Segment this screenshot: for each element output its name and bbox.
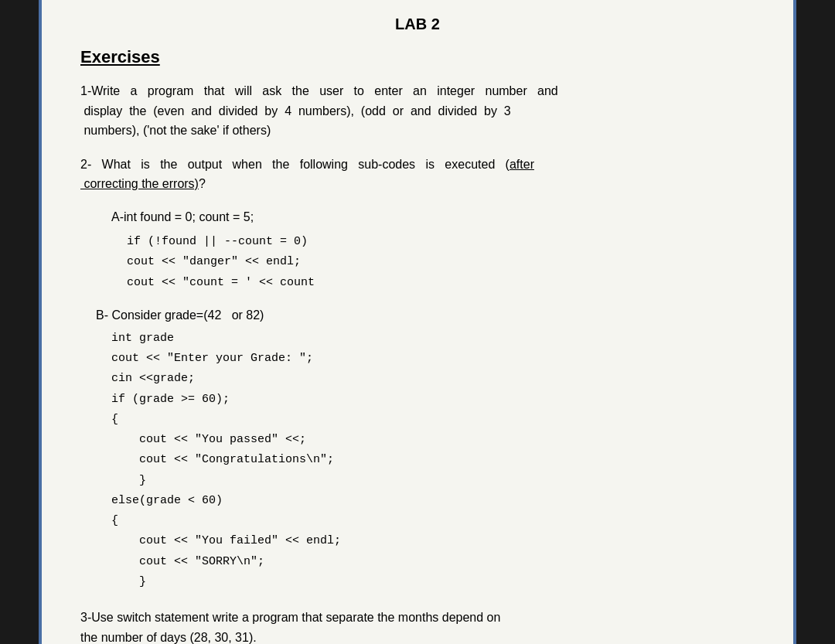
q1-text: 1-Write a program that will ask the user… bbox=[80, 84, 558, 97]
code-line-1: if (!found || --count = 0) bbox=[127, 232, 755, 252]
code-line-3: cout << "count = ' << count bbox=[127, 273, 755, 293]
section-a-code: if (!found || --count = 0) cout << "dang… bbox=[127, 232, 755, 293]
b-line-4: if (grade >= 60); bbox=[111, 390, 755, 410]
b-line-6: cout << "You passed" <<; bbox=[111, 430, 755, 450]
b-line-12: cout << "SORRY\n"; bbox=[111, 552, 755, 572]
q2-intro: 2- What is the output when the following… bbox=[80, 158, 510, 171]
section-b-heading: B- Consider grade=(42 or 82) bbox=[96, 308, 755, 322]
b-line-2: cout << "Enter your Grade: "; bbox=[111, 349, 755, 369]
code-line-2: cout << "danger" << endl; bbox=[127, 252, 755, 272]
q1-line2: display the (even and divided by 4 numbe… bbox=[80, 104, 511, 118]
b-line-9: else(grade < 60) bbox=[111, 491, 755, 511]
q1-line3: numbers), ('not the sake' if others) bbox=[80, 124, 271, 137]
question-1: 1-Write a program that will ask the user… bbox=[80, 81, 755, 141]
section-a-heading: A-int found = 0; count = 5; bbox=[111, 206, 755, 227]
section-a: A-int found = 0; count = 5; if (!found |… bbox=[111, 206, 755, 293]
b-line-10: { bbox=[111, 511, 755, 531]
b-line-13: } bbox=[111, 572, 755, 592]
b-line-1: int grade bbox=[111, 329, 755, 349]
b-line-8: } bbox=[111, 471, 755, 491]
b-line-7: cout << "Congratulations\n"; bbox=[111, 450, 755, 470]
q2-suffix: ? bbox=[199, 177, 206, 190]
question-2: 2- What is the output when the following… bbox=[80, 155, 755, 194]
b-line-5: { bbox=[111, 410, 755, 430]
page-title: LAB 2 bbox=[80, 15, 755, 33]
q3-text: 3-Use switch statement write a program t… bbox=[80, 611, 500, 644]
page-container: LAB 2 Exercises 1-Write a program that w… bbox=[39, 0, 796, 644]
section-heading: Exercises bbox=[80, 47, 755, 67]
section-b: B- Consider grade=(42 or 82) int grade c… bbox=[96, 308, 755, 592]
b-line-3: cin <<grade; bbox=[111, 369, 755, 389]
section-b-code: int grade cout << "Enter your Grade: "; … bbox=[111, 329, 755, 592]
b-line-11: cout << "You failed" << endl; bbox=[111, 531, 755, 551]
question-3: 3-Use switch statement write a program t… bbox=[80, 608, 755, 644]
